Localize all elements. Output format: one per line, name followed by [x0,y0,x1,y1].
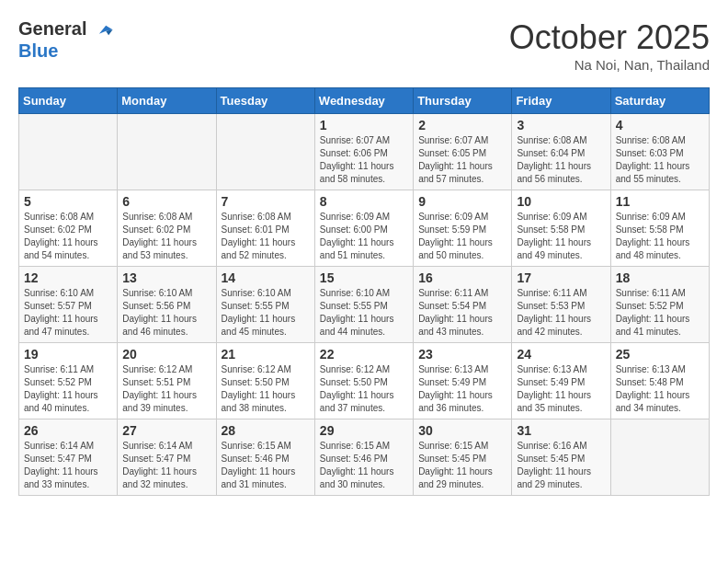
day-number: 9 [418,194,506,209]
day-info: Sunrise: 6:13 AMSunset: 5:49 PMDaylight:… [418,363,506,415]
title-area: October 2025 Na Noi, Nan, Thailand [509,18,710,73]
day-number: 30 [418,423,506,438]
day-number: 16 [418,270,506,285]
day-number: 26 [24,423,112,438]
logo-bird-icon [94,20,114,40]
week-row-1: 1Sunrise: 6:07 AMSunset: 6:06 PMDaylight… [19,114,710,190]
calendar-cell: 1Sunrise: 6:07 AMSunset: 6:06 PMDaylight… [314,114,413,190]
day-number: 20 [122,347,210,362]
calendar-cell: 25Sunrise: 6:13 AMSunset: 5:48 PMDayligh… [610,343,709,419]
calendar-cell: 13Sunrise: 6:10 AMSunset: 5:56 PMDayligh… [118,267,216,343]
day-number: 27 [122,423,210,438]
week-row-2: 5Sunrise: 6:08 AMSunset: 6:02 PMDaylight… [19,190,710,267]
day-info: Sunrise: 6:08 AMSunset: 6:04 PMDaylight:… [517,134,605,186]
logo-general: General [18,18,86,39]
calendar-cell [610,419,709,496]
day-number: 21 [222,347,310,362]
calendar-cell [19,114,118,190]
calendar-cell: 12Sunrise: 6:10 AMSunset: 5:57 PMDayligh… [19,267,118,343]
day-number: 22 [320,347,408,362]
month-title: October 2025 [509,18,710,57]
calendar-cell: 7Sunrise: 6:08 AMSunset: 6:01 PMDaylight… [216,190,314,267]
day-info: Sunrise: 6:08 AMSunset: 6:03 PMDaylight:… [616,134,704,186]
calendar-cell: 30Sunrise: 6:15 AMSunset: 5:45 PMDayligh… [414,419,512,496]
day-number: 14 [222,270,310,285]
calendar-cell: 10Sunrise: 6:09 AMSunset: 5:58 PMDayligh… [512,190,610,267]
day-info: Sunrise: 6:08 AMSunset: 6:01 PMDaylight:… [222,211,310,262]
day-info: Sunrise: 6:11 AMSunset: 5:52 PMDaylight:… [616,287,704,339]
day-number: 2 [418,118,506,132]
day-number: 4 [616,118,704,132]
day-info: Sunrise: 6:07 AMSunset: 6:05 PMDaylight:… [418,134,506,186]
calendar-cell: 6Sunrise: 6:08 AMSunset: 6:02 PMDaylight… [118,190,216,267]
day-number: 17 [517,270,605,285]
day-number: 12 [24,270,112,285]
day-info: Sunrise: 6:08 AMSunset: 6:02 PMDaylight:… [24,211,112,262]
weekday-header-tuesday: Tuesday [216,88,314,114]
day-number: 8 [320,194,408,209]
weekday-header-wednesday: Wednesday [314,88,413,114]
calendar-cell: 20Sunrise: 6:12 AMSunset: 5:51 PMDayligh… [118,343,216,419]
day-info: Sunrise: 6:15 AMSunset: 5:45 PMDaylight:… [418,440,506,491]
svg-marker-0 [99,26,113,34]
day-info: Sunrise: 6:09 AMSunset: 5:58 PMDaylight:… [517,211,605,262]
weekday-header-friday: Friday [512,88,610,114]
calendar-cell: 17Sunrise: 6:11 AMSunset: 5:53 PMDayligh… [512,267,610,343]
calendar-cell: 16Sunrise: 6:11 AMSunset: 5:54 PMDayligh… [414,267,512,343]
day-number: 3 [517,118,605,132]
calendar-table: SundayMondayTuesdayWednesdayThursdayFrid… [18,87,710,496]
day-info: Sunrise: 6:15 AMSunset: 5:46 PMDaylight:… [320,440,408,491]
calendar-cell: 26Sunrise: 6:14 AMSunset: 5:47 PMDayligh… [19,419,118,496]
calendar-cell: 18Sunrise: 6:11 AMSunset: 5:52 PMDayligh… [610,267,709,343]
day-info: Sunrise: 6:14 AMSunset: 5:47 PMDaylight:… [122,440,210,491]
day-number: 10 [517,194,605,209]
day-info: Sunrise: 6:07 AMSunset: 6:06 PMDaylight:… [320,134,408,186]
calendar-cell: 23Sunrise: 6:13 AMSunset: 5:49 PMDayligh… [414,343,512,419]
calendar-cell: 11Sunrise: 6:09 AMSunset: 5:58 PMDayligh… [610,190,709,267]
day-number: 5 [24,194,112,209]
day-info: Sunrise: 6:10 AMSunset: 5:56 PMDaylight:… [122,287,210,339]
calendar-cell: 24Sunrise: 6:13 AMSunset: 5:49 PMDayligh… [512,343,610,419]
location: Na Noi, Nan, Thailand [509,57,710,73]
day-info: Sunrise: 6:12 AMSunset: 5:51 PMDaylight:… [122,363,210,415]
day-info: Sunrise: 6:16 AMSunset: 5:45 PMDaylight:… [517,440,605,491]
page-header: General Blue October 2025 Na Noi, Nan, T… [18,18,710,73]
weekday-header-monday: Monday [118,88,216,114]
calendar-cell: 2Sunrise: 6:07 AMSunset: 6:05 PMDaylight… [414,114,512,190]
calendar-cell: 19Sunrise: 6:11 AMSunset: 5:52 PMDayligh… [19,343,118,419]
calendar-cell: 8Sunrise: 6:09 AMSunset: 6:00 PMDaylight… [314,190,413,267]
logo-blue: Blue [18,40,114,62]
day-number: 11 [616,194,704,209]
day-info: Sunrise: 6:09 AMSunset: 5:58 PMDaylight:… [616,211,704,262]
calendar-cell: 4Sunrise: 6:08 AMSunset: 6:03 PMDaylight… [610,114,709,190]
calendar-cell: 29Sunrise: 6:15 AMSunset: 5:46 PMDayligh… [314,419,413,496]
day-info: Sunrise: 6:10 AMSunset: 5:55 PMDaylight:… [222,287,310,339]
weekday-header-row: SundayMondayTuesdayWednesdayThursdayFrid… [19,88,710,114]
day-info: Sunrise: 6:15 AMSunset: 5:46 PMDaylight:… [222,440,310,491]
day-number: 7 [222,194,310,209]
week-row-3: 12Sunrise: 6:10 AMSunset: 5:57 PMDayligh… [19,267,710,343]
day-number: 31 [517,423,605,438]
day-info: Sunrise: 6:09 AMSunset: 5:59 PMDaylight:… [418,211,506,262]
day-info: Sunrise: 6:12 AMSunset: 5:50 PMDaylight:… [320,363,408,415]
calendar-cell: 27Sunrise: 6:14 AMSunset: 5:47 PMDayligh… [118,419,216,496]
day-info: Sunrise: 6:08 AMSunset: 6:02 PMDaylight:… [122,211,210,262]
day-info: Sunrise: 6:13 AMSunset: 5:49 PMDaylight:… [517,363,605,415]
day-info: Sunrise: 6:09 AMSunset: 6:00 PMDaylight:… [320,211,408,262]
calendar-cell: 21Sunrise: 6:12 AMSunset: 5:50 PMDayligh… [216,343,314,419]
day-number: 6 [122,194,210,209]
day-number: 18 [616,270,704,285]
logo: General Blue [18,18,114,62]
calendar-cell: 28Sunrise: 6:15 AMSunset: 5:46 PMDayligh… [216,419,314,496]
day-number: 19 [24,347,112,362]
week-row-5: 26Sunrise: 6:14 AMSunset: 5:47 PMDayligh… [19,419,710,496]
calendar-cell: 14Sunrise: 6:10 AMSunset: 5:55 PMDayligh… [216,267,314,343]
weekday-header-saturday: Saturday [610,88,709,114]
weekday-header-sunday: Sunday [19,88,118,114]
day-info: Sunrise: 6:14 AMSunset: 5:47 PMDaylight:… [24,440,112,491]
day-info: Sunrise: 6:11 AMSunset: 5:53 PMDaylight:… [517,287,605,339]
day-number: 29 [320,423,408,438]
day-number: 25 [616,347,704,362]
day-info: Sunrise: 6:11 AMSunset: 5:52 PMDaylight:… [24,363,112,415]
day-number: 23 [418,347,506,362]
